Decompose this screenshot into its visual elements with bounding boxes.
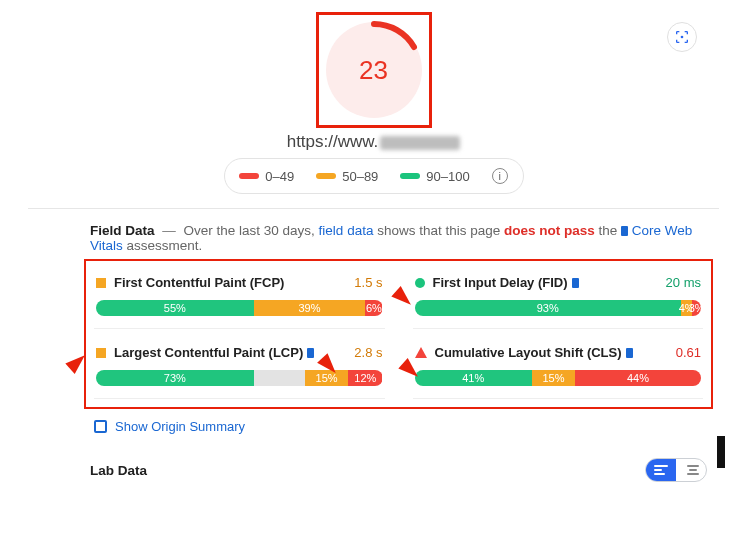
legend-swatch-red [239,173,259,179]
status-square-orange-icon [96,278,106,288]
url-redacted [380,136,460,150]
field-data-title-row: Field Data — Over the last 30 days, fiel… [90,223,707,253]
metric-fcp: First Contentful Paint (FCP) 1.5 s 55% 3… [94,269,385,329]
metric-fcp-dist: 55% 39% 6% [96,300,383,316]
legend-poor-label: 0–49 [265,169,294,184]
legend-mid: 50–89 [316,169,378,184]
show-origin-row: Show Origin Summary [94,419,707,434]
legend-poor: 0–49 [239,169,294,184]
url-prefix: https://www. [287,132,379,151]
metric-fid-label: First Input Delay (FID) [433,275,579,290]
legend-good: 90–100 [400,169,469,184]
metric-cls-dist: 41% 15% 44% [415,370,702,386]
legend-good-label: 90–100 [426,169,469,184]
legend-swatch-green [400,173,420,179]
dist-red: 6% [365,300,382,316]
view-toggle-right[interactable] [676,458,706,482]
cwv-marker-icon [626,348,633,358]
lab-data-title: Lab Data [90,463,147,478]
score-legend: 0–49 50–89 90–100 i [224,158,524,194]
metric-cls-head: Cumulative Layout Shift (CLS) 0.61 [415,345,702,360]
view-toggle-left[interactable] [646,458,676,482]
show-origin-checkbox[interactable] [94,420,107,433]
metric-lcp-dist: 73% 15% 12% [96,370,383,386]
dist-red: 12% [348,370,382,386]
dist-green: 41% [415,370,532,386]
dist-gap [254,370,306,386]
cwv-marker-icon [621,226,628,236]
score-gauge: 23 [322,18,426,122]
metric-cls: Cumulative Layout Shift (CLS) 0.61 41% 1… [413,339,704,399]
align-left-icon [654,465,668,475]
lab-data-row: Lab Data [0,434,747,482]
field-data-title: Field Data [90,223,155,238]
analyzed-url: https://www. [0,132,747,152]
metric-lcp-value: 2.8 s [354,345,382,360]
field-lead1: Over the last 30 days, [184,223,319,238]
field-data-section: Field Data — Over the last 30 days, fiel… [0,209,747,434]
status-triangle-red-icon [415,347,427,358]
legend-swatch-orange [316,173,336,179]
metrics-wrap: First Contentful Paint (FCP) 1.5 s 55% 3… [90,263,707,405]
dist-red: 3% [692,300,701,316]
field-lead3: the [595,223,621,238]
cwv-marker-icon [572,278,579,288]
field-lead2: shows that this page [373,223,504,238]
status-circle-green-icon [415,278,425,288]
score-value: 23 [322,18,426,122]
dist-green: 55% [96,300,254,316]
dist-orange: 15% [532,370,575,386]
dist-orange: 15% [305,370,348,386]
field-data-link[interactable]: field data [319,223,374,238]
legend-info-icon[interactable]: i [492,168,508,184]
metric-lcp: Largest Contentful Paint (LCP) 2.8 s 73%… [94,339,385,399]
show-origin-label[interactable]: Show Origin Summary [115,419,245,434]
dist-green: 93% [415,300,681,316]
score-area: 23 https://www. 0–49 50–89 90–100 i [0,0,747,194]
metric-lcp-label: Largest Contentful Paint (LCP) [114,345,314,360]
dist-red: 44% [575,370,701,386]
metric-fcp-label: First Contentful Paint (FCP) [114,275,284,290]
metric-fid-value: 20 ms [666,275,701,290]
align-center-icon [687,465,699,475]
dist-green: 73% [96,370,254,386]
legend-mid-label: 50–89 [342,169,378,184]
metric-lcp-head: Largest Contentful Paint (LCP) 2.8 s [96,345,383,360]
field-lead4: assessment. [123,238,203,253]
assessment-fail: does not pass [504,223,595,238]
metric-fid-dist: 93% 4% 3% [415,300,702,316]
metric-fid: First Input Delay (FID) 20 ms 93% 4% 3% [413,269,704,329]
status-square-orange-icon [96,348,106,358]
dist-orange: 39% [254,300,366,316]
metric-cls-label: Cumulative Layout Shift (CLS) [435,345,633,360]
metric-fid-head: First Input Delay (FID) 20 ms [415,275,702,290]
metric-cls-value: 0.61 [676,345,701,360]
metric-fcp-value: 1.5 s [354,275,382,290]
metrics-grid: First Contentful Paint (FCP) 1.5 s 55% 3… [90,263,707,405]
view-toggle [645,458,707,482]
cwv-marker-icon [307,348,314,358]
metric-fcp-head: First Contentful Paint (FCP) 1.5 s [96,275,383,290]
scrollbar-fragment [717,436,725,468]
